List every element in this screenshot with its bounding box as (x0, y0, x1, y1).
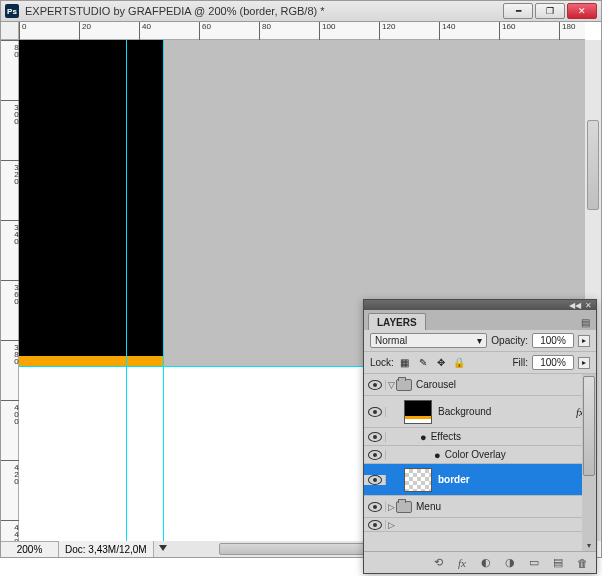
ruler-h-tick: 140 (439, 22, 455, 40)
panel-scrollbar[interactable]: ▾ (582, 374, 596, 551)
visibility-eye-icon[interactable] (368, 432, 382, 442)
ruler-h-tick: 60 (199, 22, 211, 40)
panel-tab-bar: LAYERS ▤ (364, 310, 596, 330)
panel-footer: ⟲ fx ◐ ◑ ▭ ▤ 🗑 (364, 551, 596, 573)
ruler-v-tick: 420 (1, 460, 19, 484)
panel-menu-button[interactable]: ▤ (579, 315, 592, 330)
layer-group-carousel[interactable]: ▽ Carousel (364, 374, 596, 396)
ruler-h-tick: 0 (19, 22, 26, 40)
layer-group-menu[interactable]: ▷ Menu (364, 496, 596, 518)
lock-transparency-icon[interactable]: ▦ (398, 356, 412, 370)
panel-close-icon[interactable]: ✕ (585, 301, 592, 310)
opacity-field[interactable]: 100% (532, 333, 574, 348)
window-maximize-button[interactable]: ❐ (535, 3, 565, 19)
blend-opacity-row: Normal▾ Opacity: 100% ▸ (364, 330, 596, 352)
scrollbar-thumb[interactable] (587, 120, 599, 210)
ruler-h-tick: 120 (379, 22, 395, 40)
doc-info-menu-icon[interactable] (159, 545, 167, 551)
canvas-black-area (19, 40, 163, 356)
opacity-label: Opacity: (491, 335, 528, 346)
lock-position-icon[interactable]: ✥ (434, 356, 448, 370)
ruler-h-tick: 20 (79, 22, 91, 40)
fill-label: Fill: (512, 357, 528, 368)
disclosure-right-icon[interactable]: ▷ (386, 502, 396, 512)
link-layers-icon[interactable]: ⟲ (430, 555, 446, 571)
panel-drag-strip[interactable]: ◀◀ ✕ (364, 300, 596, 310)
fill-scrub-icon[interactable]: ▸ (578, 357, 590, 369)
scroll-down-icon[interactable]: ▾ (582, 539, 596, 551)
folder-icon (396, 501, 412, 513)
ruler-v-tick: 300 (1, 100, 19, 124)
document-info[interactable]: Doc: 3,43M/12,0M (59, 541, 154, 557)
visibility-eye-icon[interactable] (368, 380, 382, 390)
visibility-eye-icon[interactable] (368, 475, 382, 485)
layer-color-overlay[interactable]: ● Color Overlay (364, 446, 596, 464)
opacity-scrub-icon[interactable]: ▸ (578, 335, 590, 347)
lock-fill-row: Lock: ▦ ✎ ✥ 🔒 Fill: 100% ▸ (364, 352, 596, 374)
layer-style-icon[interactable]: fx (454, 555, 470, 571)
zoom-level[interactable]: 200% (1, 541, 59, 557)
scrollbar-thumb[interactable] (583, 376, 595, 476)
effects-icon: ● (420, 431, 427, 443)
ruler-v-tick: 380 (1, 340, 19, 364)
layer-border[interactable]: border (364, 464, 596, 496)
folder-icon (396, 379, 412, 391)
layers-panel: ◀◀ ✕ LAYERS ▤ Normal▾ Opacity: 100% ▸ Lo… (363, 299, 597, 574)
ruler-h-tick: 160 (499, 22, 515, 40)
ruler-vertical[interactable]: 80 300 320 340 360 380 400 420 440 (1, 40, 19, 541)
ruler-horizontal[interactable]: 0 20 40 60 80 100 120 140 160 180 (19, 22, 585, 40)
guide-vertical[interactable] (163, 40, 164, 541)
window-titlebar: Ps EXPERTSTUDIO by GRAFPEDIA @ 200% (bor… (0, 0, 602, 22)
ruler-v-tick: 320 (1, 160, 19, 184)
visibility-eye-icon[interactable] (368, 407, 382, 417)
window-minimize-button[interactable]: ━ (503, 3, 533, 19)
visibility-eye-icon[interactable] (368, 520, 382, 530)
layer-name[interactable]: Menu (416, 501, 441, 512)
layer-name[interactable]: border (438, 474, 470, 485)
layer-name[interactable]: Effects (431, 431, 461, 442)
blend-mode-dropdown[interactable]: Normal▾ (370, 333, 487, 348)
lock-pixels-icon[interactable]: ✎ (416, 356, 430, 370)
layer-mask-icon[interactable]: ◐ (478, 555, 494, 571)
window-close-button[interactable]: ✕ (567, 3, 597, 19)
chevron-down-icon: ▾ (477, 335, 482, 346)
disclosure-down-icon[interactable]: ▽ (386, 380, 396, 390)
effect-icon: ● (434, 449, 441, 461)
layer-background[interactable]: Background fx ▽ (364, 396, 596, 428)
adjustment-layer-icon[interactable]: ◑ (502, 555, 518, 571)
ruler-h-tick: 40 (139, 22, 151, 40)
guide-vertical[interactable] (126, 40, 127, 541)
fill-field[interactable]: 100% (532, 355, 574, 370)
layer-name[interactable]: Color Overlay (445, 449, 506, 460)
ruler-v-tick: 360 (1, 280, 19, 304)
canvas-orange-border (19, 356, 163, 366)
blend-mode-value: Normal (375, 335, 407, 346)
app-icon: Ps (5, 4, 19, 18)
lock-all-icon[interactable]: 🔒 (452, 356, 466, 370)
tab-layers[interactable]: LAYERS (368, 313, 426, 330)
visibility-eye-icon[interactable] (368, 450, 382, 460)
layer-effects[interactable]: ● Effects (364, 428, 596, 446)
new-group-icon[interactable]: ▭ (526, 555, 542, 571)
layer-name[interactable]: Carousel (416, 379, 456, 390)
lock-label: Lock: (370, 357, 394, 368)
ruler-h-tick: 80 (259, 22, 271, 40)
new-layer-icon[interactable]: ▤ (550, 555, 566, 571)
layer-thumbnail[interactable] (404, 400, 432, 424)
ruler-v-tick: 340 (1, 220, 19, 244)
layer-thumbnail[interactable] (404, 468, 432, 492)
layer-list: ▽ Carousel Background fx ▽ ● Effects ● C… (364, 374, 596, 532)
ruler-h-tick: 100 (319, 22, 335, 40)
window-title: EXPERTSTUDIO by GRAFPEDIA @ 200% (border… (25, 5, 503, 17)
visibility-eye-icon[interactable] (368, 502, 382, 512)
collapse-icon[interactable]: ◀◀ (569, 301, 581, 310)
ruler-h-tick: 180 (559, 22, 575, 40)
delete-layer-icon[interactable]: 🗑 (574, 555, 590, 571)
ruler-v-tick: 400 (1, 400, 19, 424)
ruler-v-tick: 80 (1, 40, 19, 57)
layer-row[interactable]: ▷ (364, 518, 596, 532)
disclosure-right-icon[interactable]: ▷ (386, 520, 396, 530)
ruler-origin[interactable] (1, 22, 19, 40)
layer-name[interactable]: Background (438, 406, 491, 417)
